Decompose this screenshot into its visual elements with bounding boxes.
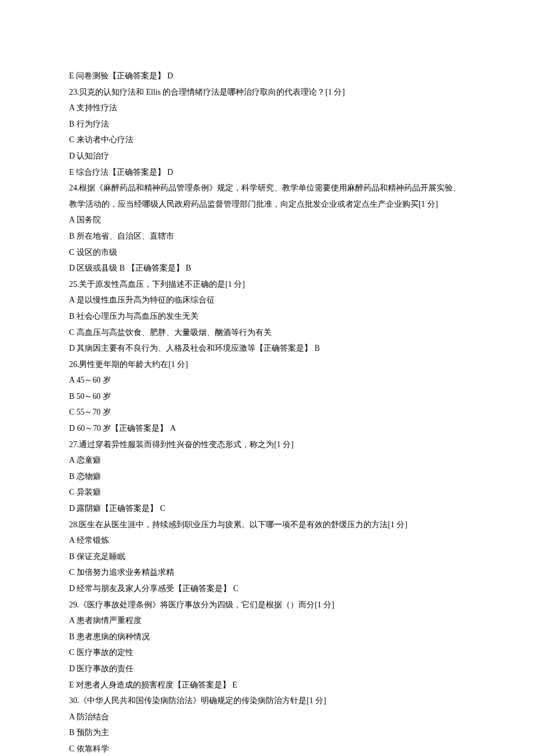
text-line: B 所在地省、自治区、直辖市	[69, 228, 465, 244]
document-page: E 问卷测验【正确答案是】 D 23.贝克的认知疗法和 Ellis 的合理情绪疗…	[0, 0, 534, 756]
text-line: A 患者病情严重程度	[69, 613, 465, 629]
text-line: C 异装癖	[69, 484, 465, 501]
text-line: C 医疗事故的定性	[69, 645, 465, 661]
text-line: 24.根据《麻醉药品和精神药品管理条例》规定，科学研究、教学单位需要使用麻醉药品…	[69, 180, 465, 212]
text-line: C 55～70 岁	[69, 404, 465, 420]
text-line: 29.《医疗事故处理条例》将医疗事故分为四级，它们是根据（）而分[1 分]	[69, 597, 465, 613]
text-line: 26.男性更年期的年龄大约在[1 分]	[69, 357, 465, 373]
text-line: B 50～60 岁	[69, 388, 465, 405]
text-line: D 认知治疗	[69, 148, 465, 164]
text-line: E 对患者人身造成的损害程度【正确答案是】 E	[69, 677, 465, 693]
text-line: 25.关于原发性高血压，下列描述不正确的是[1 分]	[69, 276, 465, 293]
text-line: A 45～60 岁	[69, 372, 465, 388]
text-line: B 预防为主	[69, 725, 465, 741]
text-line: B 行为疗法	[69, 116, 465, 132]
text-line: A 是以慢性血压升高为特征的临床综合征	[69, 292, 465, 308]
text-line: E 问卷测验【正确答案是】 D	[69, 68, 465, 84]
text-line: C 来访者中心疗法	[69, 132, 465, 148]
text-line: 28.医生在从医生涯中，持续感到职业压力与疲累。以下哪一项不是有效的舒缓压力的方…	[69, 517, 465, 533]
text-line: A 防治结合	[69, 709, 465, 725]
text-line: D 60～70 岁【正确答案是】 A	[69, 420, 465, 437]
text-line: 23.贝克的认知疗法和 Ellis 的合理情绪疗法是哪种治疗取向的代表理论？[1…	[69, 84, 465, 100]
text-line: B 社会心理压力与高血压的发生无关	[69, 308, 465, 325]
text-line: A 经常锻炼	[69, 532, 465, 549]
text-line: B 保证充足睡眠	[69, 549, 465, 565]
text-line: C 依靠科学	[69, 741, 465, 756]
text-line: A 支持性疗法	[69, 100, 465, 116]
text-line: B 患者患病的病种情况	[69, 629, 465, 645]
text-line: D 其病因主要有不良行为、人格及社会和环境应激等【正确答案是】 B	[69, 340, 465, 357]
text-line: D 区级或县级 B 【正确答案是】 B	[69, 260, 465, 276]
text-line: 27.通过穿着异性服装而得到性兴奋的性变态形式，称之为[1 分]	[69, 437, 465, 453]
text-line: A 恋童癖	[69, 452, 465, 469]
text-line: B 恋物癖	[69, 469, 465, 485]
text-line: C 设区的市级	[69, 244, 465, 261]
text-line: E 综合疗法【正确答案是】 D	[69, 164, 465, 181]
text-line: D 露阴癖【正确答案是】 C	[69, 501, 465, 517]
text-line: 30.《中华人民共和国传染病防治法》明确规定的传染病防治方针是[1 分]	[69, 693, 465, 709]
text-line: A 国务院	[69, 212, 465, 228]
text-line: C 加倍努力追求业务精益求精	[69, 564, 465, 581]
text-line: D 经常与朋友及家人分享感受【正确答案是】 C	[69, 581, 465, 597]
text-line: D 医疗事故的责任	[69, 661, 465, 677]
text-line: C 高血压与高盐饮食、肥胖、大量吸烟、酗酒等行为有关	[69, 325, 465, 341]
